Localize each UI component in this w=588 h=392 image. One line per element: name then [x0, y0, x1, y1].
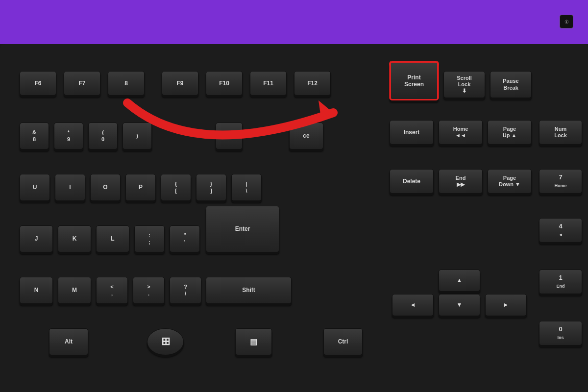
key-delete-label: Delete	[403, 178, 420, 185]
key-shift[interactable]: Shift	[206, 277, 292, 304]
key-quote[interactable]: "'	[170, 225, 200, 252]
key-menu-icon: ▤	[250, 337, 257, 346]
key-shift-label: Shift	[242, 287, 255, 294]
key-home-label: Home◄◄	[453, 126, 468, 139]
key-delete[interactable]: Delete	[390, 169, 434, 194]
key-o-label: O	[103, 184, 107, 191]
key-slash[interactable]: ?/	[170, 277, 201, 304]
key-scroll-lock[interactable]: Scroll Lock ⬇	[443, 71, 485, 98]
key-n[interactable]: N	[20, 277, 53, 304]
key-lt-label: <,	[110, 284, 113, 296]
key-plus[interactable]: +	[216, 122, 243, 149]
key-left-arrow[interactable]: ◄	[392, 294, 434, 316]
key-f10-label: F10	[219, 80, 229, 87]
key-print-screen-label: Print Screen	[404, 74, 424, 88]
main-scene: F6 F7 8 F9 F10 F11 F12 Print Screen	[0, 0, 588, 392]
key-amp-8[interactable]: &8	[20, 122, 49, 149]
key-j[interactable]: J	[20, 225, 53, 252]
key-print-screen[interactable]: Print Screen	[390, 61, 439, 100]
key-gt-label: >.	[147, 284, 150, 296]
key-numpad-7[interactable]: 7Home	[539, 169, 582, 194]
key-close-brace-label: }]	[210, 181, 212, 194]
key-oparen-0-label: (0	[101, 129, 104, 142]
key-menu[interactable]: ▤	[235, 328, 272, 355]
key-pause-break-label: Pause Break	[503, 78, 518, 91]
key-lt[interactable]: <,	[96, 277, 128, 304]
key-ctrl[interactable]: Ctrl	[323, 328, 363, 355]
key-enter-label: Enter	[235, 225, 250, 232]
key-f12[interactable]: F12	[294, 71, 331, 96]
key-numpad-7-label: 7Home	[554, 173, 566, 189]
key-pipe-label: |\	[245, 181, 247, 194]
key-k[interactable]: K	[58, 225, 91, 252]
key-alt-label: Alt	[65, 338, 73, 345]
key-cparen[interactable]: )	[122, 122, 152, 149]
key-oparen-0[interactable]: (0	[88, 122, 118, 149]
key-right-arrow-label: ►	[503, 301, 509, 308]
key-left-arrow-label: ◄	[410, 301, 416, 308]
key-pipe[interactable]: |\	[231, 174, 262, 201]
key-m[interactable]: M	[58, 277, 91, 304]
key-numpad-0-label: 0Ins	[557, 325, 564, 341]
key-f8[interactable]: 8	[108, 71, 145, 96]
key-f11[interactable]: F11	[250, 71, 287, 96]
key-l[interactable]: L	[96, 225, 129, 252]
key-windows[interactable]: ⊞	[147, 328, 184, 355]
key-f7[interactable]: F7	[64, 71, 100, 96]
key-p-label: P	[139, 184, 143, 191]
key-num-lock[interactable]: NumLock	[539, 120, 582, 145]
key-semicolon[interactable]: :;	[134, 225, 165, 252]
key-f10[interactable]: F10	[206, 71, 243, 96]
key-o[interactable]: O	[90, 174, 121, 201]
key-slash-label: ?/	[184, 284, 187, 296]
key-insert[interactable]: Insert	[390, 120, 434, 145]
key-end[interactable]: End▶▶	[439, 169, 483, 194]
key-f6[interactable]: F6	[20, 71, 56, 96]
key-numpad-4[interactable]: 4◄	[539, 218, 582, 243]
key-open-brace[interactable]: {[	[161, 174, 191, 201]
key-p[interactable]: P	[125, 174, 156, 201]
key-f11-label: F11	[263, 80, 273, 87]
key-f9-label: F9	[176, 80, 183, 87]
key-up-arrow-label: ▲	[457, 277, 463, 284]
key-numpad-1-label: 1End	[557, 274, 565, 289]
key-insert-label: Insert	[404, 129, 420, 136]
key-amp-8-label: &8	[32, 129, 36, 142]
key-pause-break[interactable]: Pause Break	[490, 71, 532, 98]
key-backspace-partial[interactable]: ce	[289, 122, 323, 149]
key-i-label: I	[69, 184, 71, 191]
key-backspace-partial-label: ce	[303, 132, 309, 139]
key-i[interactable]: I	[55, 174, 85, 201]
key-plus-label: +	[227, 132, 231, 139]
key-ctrl-label: Ctrl	[338, 338, 348, 345]
key-page-down[interactable]: PageDown ▼	[488, 169, 532, 194]
key-numpad-1[interactable]: 1End	[539, 270, 582, 294]
key-end-label: End▶▶	[456, 175, 466, 188]
key-alt[interactable]: Alt	[49, 328, 88, 355]
key-windows-icon: ⊞	[161, 335, 170, 348]
key-close-brace[interactable]: }]	[196, 174, 226, 201]
key-u[interactable]: U	[20, 174, 50, 201]
key-page-up[interactable]: PageUp ▲	[488, 120, 532, 145]
key-down-arrow-label: ▼	[457, 301, 463, 308]
purple-header	[0, 0, 588, 44]
key-star-9[interactable]: *9	[54, 122, 83, 149]
key-numpad-0[interactable]: 0Ins	[539, 321, 582, 345]
key-u-label: U	[33, 184, 37, 191]
key-f8-label: 8	[124, 80, 128, 87]
key-open-brace-label: {[	[175, 181, 177, 194]
key-scroll-lock-label: Scroll Lock ⬇	[457, 75, 472, 95]
key-down-arrow[interactable]: ▼	[439, 294, 480, 316]
key-f6-label: F6	[34, 80, 41, 87]
key-f7-label: F7	[78, 80, 85, 87]
indicator-led: ①	[560, 15, 573, 28]
key-f9[interactable]: F9	[162, 71, 198, 96]
key-right-arrow[interactable]: ►	[485, 294, 527, 316]
key-k-label: K	[73, 235, 77, 242]
key-up-arrow[interactable]: ▲	[439, 270, 480, 292]
key-star-9-label: *9	[67, 129, 70, 142]
key-gt[interactable]: >.	[133, 277, 165, 304]
key-home[interactable]: Home◄◄	[439, 120, 483, 145]
key-f12-label: F12	[307, 80, 318, 87]
key-enter[interactable]: Enter	[206, 206, 279, 252]
